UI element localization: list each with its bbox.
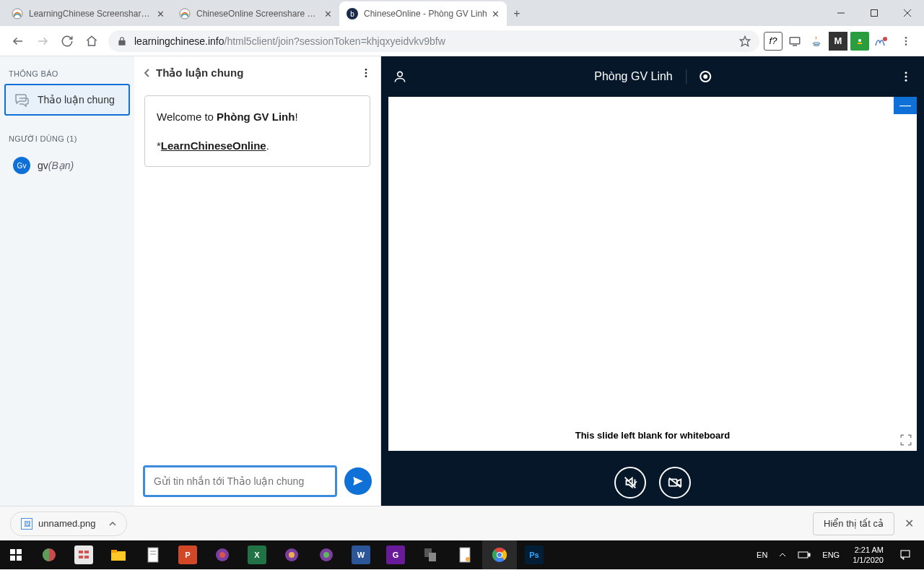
app-content: THÔNG BÁO Thảo luận chung NGƯỜI DÙNG (1)… [0, 56, 924, 506]
nav-reload-button[interactable] [55, 29, 79, 53]
taskbar-app-chrome[interactable] [482, 540, 517, 569]
sidebar-item-label: Thảo luận chung [38, 94, 115, 105]
extension-java-icon[interactable] [807, 32, 826, 51]
mute-audio-button[interactable] [614, 467, 646, 499]
browser-tab-2[interactable]: b ChineseOnline - Phòng GV Linh ✕ [339, 1, 507, 26]
taskbar-app[interactable] [136, 540, 170, 569]
svg-rect-43 [111, 550, 117, 553]
taskbar-app-word[interactable]: W [344, 540, 378, 569]
taskbar-app-photoshop[interactable]: Ps [517, 540, 552, 569]
svg-point-21 [365, 75, 367, 77]
chevron-left-icon[interactable] [143, 68, 150, 78]
tab-title: ChineseOnline - Phòng GV Linh [364, 9, 487, 19]
share-webcam-button[interactable] [659, 467, 691, 499]
svg-point-18 [905, 43, 907, 46]
chat-title: Thảo luận chung [156, 66, 243, 79]
extension-classroom-icon[interactable] [850, 32, 869, 51]
window-close-button[interactable] [891, 0, 924, 26]
chat-message-input[interactable] [143, 465, 337, 497]
tray-clock[interactable]: 2:21 AM 1/1/2020 [845, 545, 891, 566]
download-show-all-button[interactable]: Hiển thị tất cả [813, 512, 894, 535]
taskbar-app[interactable] [32, 540, 66, 569]
presentation-header: Phòng GV Linh [381, 56, 924, 97]
extension-wave-icon[interactable] [872, 32, 891, 51]
url-host: learningchinese.info [134, 35, 225, 47]
sidebar-users-heading: NGƯỜI DÙNG (1) [0, 127, 134, 148]
tray-battery-icon[interactable] [792, 551, 816, 559]
browser-tab-1[interactable]: ChineseOnline Screenshare Exten ✕ [172, 1, 339, 26]
svg-point-52 [323, 552, 329, 558]
tab-close-icon[interactable]: ✕ [492, 9, 500, 20]
chat-send-button[interactable] [344, 467, 372, 495]
taskbar-app[interactable] [66, 540, 101, 569]
favicon-icon [12, 8, 23, 20]
presentation-options-button[interactable] [899, 70, 912, 83]
svg-rect-63 [798, 552, 808, 558]
taskbar-app[interactable] [274, 540, 309, 569]
taskbar-app[interactable]: G [378, 540, 413, 569]
tray-lang-short[interactable]: EN [751, 551, 773, 559]
file-image-icon: 🖼 [21, 518, 32, 530]
taskbar-app[interactable] [448, 540, 482, 569]
svg-point-25 [905, 79, 907, 82]
browser-menu-button[interactable] [894, 29, 918, 53]
taskbar-app-explorer[interactable] [101, 540, 136, 569]
extension-cast-icon[interactable] [785, 32, 804, 51]
svg-rect-33 [17, 549, 22, 554]
extensions-area: f? M [764, 29, 918, 53]
star-icon[interactable] [739, 35, 751, 47]
extension-fx-icon[interactable]: f? [764, 32, 783, 51]
chat-options-button[interactable] [360, 67, 372, 79]
svg-point-12 [814, 44, 819, 46]
tray-chevron-up-icon[interactable] [773, 552, 792, 558]
taskbar-app-powerpoint[interactable]: P [170, 540, 205, 569]
address-bar[interactable]: learningchinese.info/html5client/join?se… [108, 30, 759, 52]
svg-rect-40 [79, 556, 83, 558]
taskbar-apps: P X W G Ps [32, 540, 552, 569]
chevron-up-icon[interactable] [109, 521, 116, 527]
nav-home-button[interactable] [79, 29, 104, 53]
svg-rect-64 [808, 553, 810, 556]
tab-close-icon[interactable]: ✕ [324, 9, 332, 20]
window-titlebar: LearningChinese Screenshare Ext ✕ Chines… [0, 0, 924, 26]
new-tab-button[interactable]: + [507, 1, 527, 26]
presentation-canvas[interactable]: — This slide left blank for whiteboard [388, 97, 917, 451]
download-item[interactable]: 🖼 unnamed.png [10, 512, 127, 536]
fullscreen-icon[interactable] [898, 432, 914, 448]
browser-tabs: LearningChinese Screenshare Ext ✕ Chines… [4, 1, 527, 26]
taskbar-tray: EN ENG 2:21 AM 1/1/2020 [751, 540, 924, 569]
start-button[interactable] [0, 540, 32, 569]
tray-lang-long[interactable]: ENG [816, 551, 845, 559]
user-avatar: Gv [13, 157, 30, 174]
window-maximize-button[interactable] [858, 0, 891, 26]
taskbar-app[interactable] [413, 540, 448, 569]
sidebar-user-item[interactable]: Gv gv (Bạn) [4, 150, 130, 181]
record-button[interactable] [699, 71, 711, 82]
svg-point-56 [466, 557, 470, 561]
tray-notifications-button[interactable] [891, 548, 920, 561]
taskbar-app-excel[interactable]: X [240, 540, 274, 569]
browser-toolbar: learningchinese.info/html5client/join?se… [0, 26, 924, 56]
tab-title: ChineseOnline Screenshare Exten [196, 9, 320, 19]
svg-rect-32 [10, 549, 15, 554]
svg-point-20 [365, 72, 367, 74]
downloads-close-button[interactable]: ✕ [905, 517, 914, 530]
presentation-minimize-button[interactable]: — [894, 97, 917, 114]
tab-close-icon[interactable]: ✕ [157, 9, 165, 20]
browser-tab-0[interactable]: LearningChinese Screenshare Ext ✕ [4, 1, 172, 26]
taskbar-app[interactable] [309, 540, 344, 569]
svg-point-50 [289, 552, 295, 558]
sidebar-item-public-chat[interactable]: Thảo luận chung [4, 84, 130, 116]
taskbar-app[interactable] [205, 540, 240, 569]
nav-back-button[interactable] [6, 29, 30, 53]
svg-rect-54 [429, 553, 436, 561]
users-toggle-button[interactable] [393, 69, 407, 84]
svg-point-17 [905, 40, 907, 42]
svg-rect-39 [84, 551, 89, 553]
window-minimize-button[interactable] [824, 0, 858, 26]
nav-forward-button[interactable] [30, 29, 55, 53]
svg-point-15 [883, 37, 887, 41]
welcome-message: Welcome to Phòng GV Linh! *LearnChineseO… [144, 95, 370, 167]
welcome-link[interactable]: LearnChineseOnline [161, 139, 266, 152]
extension-m-icon[interactable]: M [829, 32, 847, 51]
